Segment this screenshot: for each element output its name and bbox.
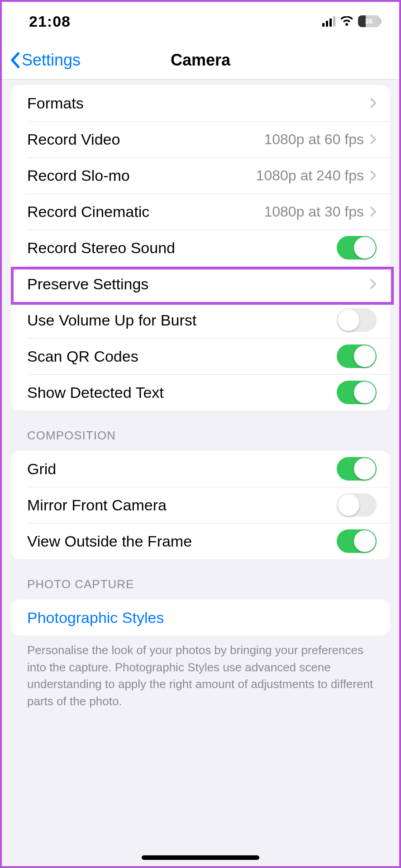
row-preserve-settings[interactable]: Preserve Settings	[11, 266, 390, 302]
row-label: Record Video	[27, 131, 264, 148]
row-record-cinematic[interactable]: Record Cinematic 1080p at 30 fps	[11, 193, 390, 230]
row-value: 1080p at 60 fps	[264, 131, 364, 148]
row-label: Use Volume Up for Burst	[27, 311, 337, 329]
chevron-left-icon	[10, 52, 20, 68]
row-label: Show Detected Text	[27, 384, 337, 401]
row-label: Record Stereo Sound	[27, 239, 337, 257]
nav-bar: Settings Camera	[2, 41, 399, 80]
chevron-right-icon	[369, 170, 377, 181]
row-label: Formats	[27, 94, 369, 112]
status-time: 21:08	[29, 13, 71, 30]
status-bar: 21:08 36	[2, 2, 399, 41]
row-scan-qr: Scan QR Codes	[11, 338, 390, 374]
cellular-signal-icon	[322, 16, 335, 27]
row-label: Grid	[27, 460, 337, 478]
section-header-photo-capture: Photo Capture	[2, 577, 399, 599]
home-indicator[interactable]	[142, 855, 259, 860]
row-label: Mirror Front Camera	[27, 496, 337, 514]
toggle-detected-text[interactable]	[337, 381, 377, 404]
row-outside-frame: View Outside the Frame	[11, 523, 390, 559]
toggle-outside-frame[interactable]	[337, 529, 377, 553]
row-label: Record Cinematic	[27, 203, 264, 221]
row-record-slomo[interactable]: Record Slo-mo 1080p at 240 fps	[11, 157, 390, 193]
settings-group-composition: Grid Mirror Front Camera View Outside th…	[11, 451, 390, 559]
wifi-icon	[340, 16, 353, 26]
row-value: 1080p at 240 fps	[256, 167, 364, 184]
toggle-volume-burst[interactable]	[337, 308, 377, 332]
row-record-video[interactable]: Record Video 1080p at 60 fps	[11, 121, 390, 157]
toggle-grid[interactable]	[337, 457, 377, 481]
chevron-right-icon	[369, 278, 377, 289]
row-detected-text: Show Detected Text	[11, 374, 390, 410]
chevron-right-icon	[369, 206, 377, 217]
row-label: Scan QR Codes	[27, 348, 337, 365]
row-label: View Outside the Frame	[27, 533, 337, 550]
content-scroll[interactable]: Formats Record Video 1080p at 60 fps Rec…	[2, 80, 399, 866]
chevron-right-icon	[369, 134, 377, 145]
section-header-composition: Composition	[2, 429, 399, 451]
row-photographic-styles[interactable]: Photographic Styles	[11, 599, 390, 636]
toggle-mirror-front[interactable]	[337, 493, 377, 517]
row-stereo-sound: Record Stereo Sound	[11, 230, 390, 266]
row-grid: Grid	[11, 451, 390, 487]
row-formats[interactable]: Formats	[11, 85, 390, 121]
battery-icon: 36	[358, 15, 381, 27]
back-button[interactable]: Settings	[10, 51, 81, 70]
section-footer-photo-capture: Personalise the look of your photos by b…	[2, 642, 399, 724]
settings-group-photo-capture: Photographic Styles	[11, 599, 390, 636]
back-label: Settings	[22, 51, 81, 70]
row-volume-burst: Use Volume Up for Burst	[11, 302, 390, 338]
row-mirror-front: Mirror Front Camera	[11, 487, 390, 523]
toggle-stereo-sound[interactable]	[337, 236, 377, 259]
chevron-right-icon	[369, 98, 377, 108]
row-label: Record Slo-mo	[27, 167, 256, 184]
toggle-scan-qr[interactable]	[337, 344, 377, 368]
settings-group-main: Formats Record Video 1080p at 60 fps Rec…	[11, 85, 390, 410]
row-value: 1080p at 30 fps	[264, 203, 364, 220]
row-label: Preserve Settings	[27, 275, 369, 293]
row-label: Photographic Styles	[27, 609, 377, 627]
